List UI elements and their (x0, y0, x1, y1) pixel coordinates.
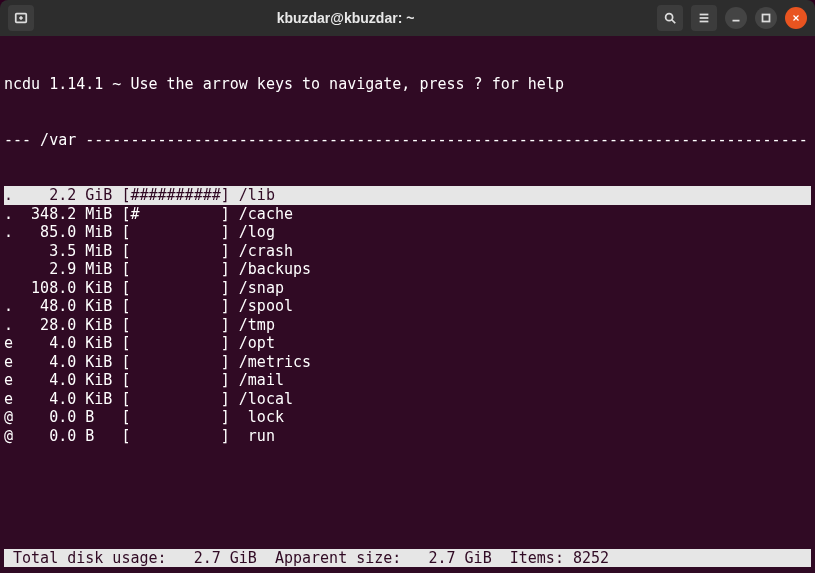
ncdu-row[interactable]: 3.5 MiB [ ] /crash (4, 242, 811, 261)
search-icon (663, 11, 677, 25)
ncdu-header: ncdu 1.14.1 ~ Use the arrow keys to navi… (4, 75, 811, 94)
ncdu-row[interactable]: e 4.0 KiB [ ] /mail (4, 371, 811, 390)
close-icon (791, 13, 801, 23)
ncdu-row[interactable]: . 85.0 MiB [ ] /log (4, 223, 811, 242)
ncdu-row[interactable]: @ 0.0 B [ ] lock (4, 408, 811, 427)
svg-rect-9 (763, 15, 770, 22)
minimize-icon (729, 11, 743, 25)
ncdu-row[interactable]: . 2.2 GiB [##########] /lib (4, 186, 811, 205)
maximize-icon (759, 11, 773, 25)
window-title: kbuzdar@kbuzdar: ~ (34, 10, 657, 26)
ncdu-row[interactable]: e 4.0 KiB [ ] /local (4, 390, 811, 409)
svg-point-3 (666, 14, 673, 21)
new-tab-button[interactable] (8, 5, 34, 31)
terminal-viewport[interactable]: ncdu 1.14.1 ~ Use the arrow keys to navi… (0, 36, 815, 573)
svg-line-4 (672, 20, 676, 24)
ncdu-path-line: --- /var -------------------------------… (4, 131, 811, 150)
ncdu-row[interactable]: e 4.0 KiB [ ] /metrics (4, 353, 811, 372)
ncdu-row[interactable]: . 348.2 MiB [# ] /cache (4, 205, 811, 224)
minimize-button[interactable] (725, 7, 747, 29)
menu-button[interactable] (691, 5, 717, 31)
ncdu-row[interactable]: . 48.0 KiB [ ] /spool (4, 297, 811, 316)
ncdu-row[interactable]: e 4.0 KiB [ ] /opt (4, 334, 811, 353)
close-button[interactable] (785, 7, 807, 29)
ncdu-row[interactable]: @ 0.0 B [ ] run (4, 427, 811, 446)
hamburger-icon (697, 11, 711, 25)
ncdu-row[interactable]: 108.0 KiB [ ] /snap (4, 279, 811, 298)
ncdu-row[interactable]: . 28.0 KiB [ ] /tmp (4, 316, 811, 335)
search-button[interactable] (657, 5, 683, 31)
titlebar: kbuzdar@kbuzdar: ~ (0, 0, 815, 36)
maximize-button[interactable] (755, 7, 777, 29)
ncdu-file-list[interactable]: . 2.2 GiB [##########] /lib. 348.2 MiB [… (4, 186, 811, 445)
new-tab-icon (14, 11, 28, 25)
ncdu-status-bar: Total disk usage: 2.7 GiB Apparent size:… (4, 549, 811, 568)
ncdu-row[interactable]: 2.9 MiB [ ] /backups (4, 260, 811, 279)
